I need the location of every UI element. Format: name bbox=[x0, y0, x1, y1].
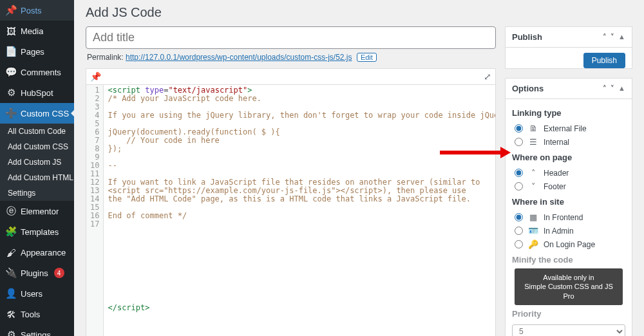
chevron-down-icon[interactable]: ˅ bbox=[611, 84, 614, 93]
nav-custom-css-js[interactable]: ➕Custom CSS & JS bbox=[0, 103, 74, 124]
comments-icon: 💬 bbox=[5, 66, 17, 78]
opt-label: In Frontend bbox=[544, 213, 583, 222]
plug-icon: 🔌 bbox=[5, 267, 17, 279]
up-icon: ˄ bbox=[528, 168, 538, 178]
opt-external-file[interactable]: 🗎External File bbox=[512, 122, 625, 135]
nav-posts[interactable]: 📌Posts bbox=[0, 0, 74, 21]
nav-label: Users bbox=[21, 289, 43, 299]
nav-users[interactable]: 👤Users bbox=[0, 283, 74, 304]
media-icon: 🖼 bbox=[5, 25, 17, 37]
nav-label: Appearance bbox=[21, 248, 66, 257]
subnav-all-code[interactable]: All Custom Code bbox=[0, 124, 74, 139]
subnav-add-js[interactable]: Add Custom JS bbox=[0, 154, 74, 170]
nav-pages[interactable]: 📄Pages bbox=[0, 41, 74, 62]
code-content[interactable]: <script type="text/javascript"> /* Add y… bbox=[104, 85, 495, 336]
subnav-add-css[interactable]: Add Custom CSS bbox=[0, 139, 74, 154]
main-content: Add JS Code Permalink: http://127.0.0.1/… bbox=[74, 0, 644, 336]
nav-hubspot[interactable]: ⚙HubSpot bbox=[0, 82, 74, 103]
nav-comments[interactable]: 💬Comments bbox=[0, 62, 74, 82]
down-icon: ˅ bbox=[528, 182, 538, 191]
subnav-settings[interactable]: Settings bbox=[0, 185, 74, 201]
users-icon: 👤 bbox=[5, 288, 17, 299]
plugins-update-badge: 4 bbox=[54, 268, 64, 278]
pro-msg-2: Simple Custom CSS and JS Pro bbox=[521, 282, 616, 301]
radio-footer[interactable] bbox=[515, 182, 523, 191]
nav-appearance[interactable]: 🖌Appearance bbox=[0, 242, 74, 263]
nav-templates[interactable]: 🧩Templates bbox=[0, 221, 74, 242]
nav-label: Comments bbox=[21, 68, 61, 77]
nav-media[interactable]: 🖼Media bbox=[0, 21, 74, 41]
templates-icon: 🧩 bbox=[5, 226, 17, 238]
elementor-icon: ⓔ bbox=[5, 205, 17, 217]
permalink-label: Permalink: bbox=[87, 53, 124, 62]
line-gutter: 1 2 3 4 5 6 7 8 9 10 11 12 13 14 15 16 1… bbox=[86, 85, 104, 336]
publish-button[interactable]: Publish bbox=[583, 53, 625, 68]
file-icon: 🗎 bbox=[528, 124, 538, 133]
nav-label: Posts bbox=[21, 6, 42, 15]
opt-frontend[interactable]: ▦In Frontend bbox=[512, 210, 625, 224]
nav-label: Elementor bbox=[21, 207, 59, 216]
code-editor: 📌 ⤢ 1 2 3 4 5 6 7 8 9 10 11 12 13 14 15 … bbox=[86, 68, 496, 336]
id-icon: 🪪 bbox=[528, 226, 538, 236]
subnav-add-html[interactable]: Add Custom HTML bbox=[0, 170, 74, 185]
code-area[interactable]: 1 2 3 4 5 6 7 8 9 10 11 12 13 14 15 16 1… bbox=[86, 85, 495, 336]
where-in-site-title: Where in site bbox=[512, 197, 625, 207]
opt-label: External File bbox=[544, 124, 587, 133]
nav-submenu: All Custom Code Add Custom CSS Add Custo… bbox=[0, 124, 74, 201]
nav-label: Pages bbox=[21, 47, 44, 57]
page-title: Add JS Code bbox=[86, 5, 632, 20]
tools-icon: 🛠 bbox=[5, 308, 17, 320]
linking-type-title: Linking type bbox=[512, 108, 625, 118]
chevron-down-icon[interactable]: ˅ bbox=[611, 33, 614, 41]
caret-icon[interactable]: ▲ bbox=[618, 84, 625, 93]
admin-sidebar: 📌Posts 🖼Media 📄Pages 💬Comments ⚙HubSpot … bbox=[0, 0, 74, 336]
opt-login[interactable]: 🔑On Login Page bbox=[512, 238, 625, 251]
nav-elementor[interactable]: ⓔElementor bbox=[0, 201, 74, 221]
pin-icon: 📌 bbox=[5, 5, 17, 16]
title-input[interactable] bbox=[86, 26, 496, 49]
radio-external[interactable] bbox=[515, 124, 523, 133]
permalink-edit-button[interactable]: Edit bbox=[357, 53, 377, 62]
nav-plugins[interactable]: 🔌Plugins4 bbox=[0, 263, 74, 283]
nav-label: Media bbox=[21, 26, 43, 36]
radio-header[interactable] bbox=[515, 169, 523, 177]
key-icon: 🔑 bbox=[528, 239, 538, 249]
opt-header[interactable]: ˄Header bbox=[512, 166, 625, 180]
priority-select[interactable]: 5 bbox=[512, 324, 625, 336]
minify-title: Minify the code bbox=[512, 255, 625, 265]
opt-label: In Admin bbox=[544, 227, 574, 236]
opt-admin[interactable]: 🪪In Admin bbox=[512, 224, 625, 238]
plus-icon: ➕ bbox=[5, 107, 17, 119]
brush-icon: 🖌 bbox=[5, 247, 17, 258]
layout-icon: ▦ bbox=[528, 212, 538, 222]
nav-settings[interactable]: ⚙Settings bbox=[0, 324, 74, 336]
opt-footer[interactable]: ˅Footer bbox=[512, 180, 625, 193]
nav-label: Plugins bbox=[21, 268, 48, 278]
nav-tools[interactable]: 🛠Tools bbox=[0, 304, 74, 324]
chevron-up-icon[interactable]: ˄ bbox=[603, 84, 607, 93]
annotation-arrow bbox=[440, 148, 511, 157]
fullscreen-icon[interactable]: ⤢ bbox=[484, 71, 491, 82]
radio-admin[interactable] bbox=[515, 227, 523, 235]
publish-panel-title: Publish bbox=[512, 32, 542, 42]
radio-frontend[interactable] bbox=[515, 213, 523, 221]
where-on-page-title: Where on page bbox=[512, 153, 625, 162]
pages-icon: 📄 bbox=[5, 46, 17, 57]
radio-internal[interactable] bbox=[515, 138, 523, 146]
pro-tooltip: Available only in Simple Custom CSS and … bbox=[515, 268, 623, 305]
chevron-up-icon[interactable]: ˄ bbox=[603, 33, 607, 41]
opt-internal[interactable]: ☰Internal bbox=[512, 135, 625, 149]
priority-title: Priority bbox=[512, 309, 625, 319]
opt-label: On Login Page bbox=[544, 240, 595, 249]
pin-editor-icon[interactable]: 📌 bbox=[90, 71, 101, 82]
lines-icon: ☰ bbox=[528, 137, 538, 147]
publish-panel: Publish ˄˅▲ Publish bbox=[505, 26, 632, 69]
opt-label: Footer bbox=[544, 182, 566, 191]
caret-icon[interactable]: ▲ bbox=[618, 33, 625, 41]
gear-icon: ⚙ bbox=[5, 329, 17, 336]
radio-login[interactable] bbox=[515, 240, 523, 248]
permalink-link[interactable]: http://127.0.0.1/wordpress/wp-content/up… bbox=[126, 53, 352, 62]
options-panel-title: Options bbox=[512, 84, 544, 93]
nav-label: Settings bbox=[21, 330, 51, 337]
hubspot-icon: ⚙ bbox=[5, 87, 17, 98]
